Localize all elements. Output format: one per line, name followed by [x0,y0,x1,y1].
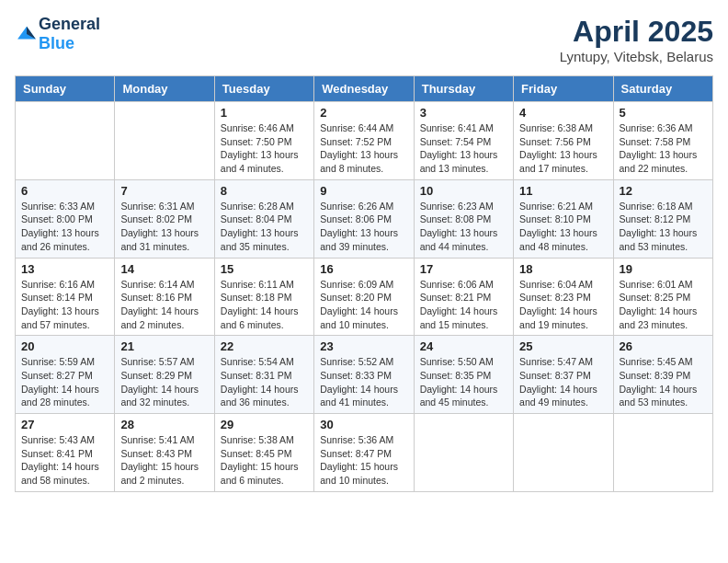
day-info: Sunrise: 6:09 AMSunset: 8:20 PMDaylight:… [320,278,407,332]
day-cell [115,102,214,180]
day-info: Sunrise: 6:18 AMSunset: 8:12 PMDaylight:… [620,200,707,254]
day-cell: 16Sunrise: 6:09 AMSunset: 8:20 PMDayligh… [314,258,414,336]
logo-general-text: General [39,15,100,33]
day-cell: 13Sunrise: 6:16 AMSunset: 8:14 PMDayligh… [16,258,115,336]
day-cell: 24Sunrise: 5:50 AMSunset: 8:35 PMDayligh… [414,336,513,414]
day-info: Sunrise: 6:14 AMSunset: 8:16 PMDaylight:… [120,278,208,332]
day-cell: 22Sunrise: 5:54 AMSunset: 8:31 PMDayligh… [214,336,313,414]
week-row-2: 6Sunrise: 6:33 AMSunset: 8:00 PMDaylight… [16,179,713,258]
day-number: 24 [420,339,507,353]
day-number: 15 [221,262,308,276]
month-title: April 2025 [560,15,713,49]
day-cell: 12Sunrise: 6:18 AMSunset: 8:12 PMDayligh… [613,179,712,258]
logo-blue-text: Blue [39,34,74,52]
logo: General Blue [15,15,100,53]
day-info: Sunrise: 6:23 AMSunset: 8:08 PMDaylight:… [420,200,507,254]
day-cell: 14Sunrise: 6:14 AMSunset: 8:16 PMDayligh… [115,258,214,336]
day-number: 3 [420,106,507,120]
day-number: 10 [420,184,507,198]
day-number: 19 [620,262,707,276]
day-info: Sunrise: 5:36 AMSunset: 8:47 PMDaylight:… [320,433,407,488]
day-number: 13 [21,262,108,276]
day-cell: 25Sunrise: 5:47 AMSunset: 8:37 PMDayligh… [514,336,613,414]
day-cell: 21Sunrise: 5:57 AMSunset: 8:29 PMDayligh… [115,336,214,414]
day-cell: 17Sunrise: 6:06 AMSunset: 8:21 PMDayligh… [414,258,513,336]
day-cell [414,414,513,492]
day-cell: 7Sunrise: 6:31 AMSunset: 8:02 PMDaylight… [115,179,214,258]
day-info: Sunrise: 6:11 AMSunset: 8:18 PMDaylight:… [221,278,308,332]
day-info: Sunrise: 6:04 AMSunset: 8:23 PMDaylight:… [519,278,607,332]
day-number: 14 [120,262,208,276]
day-info: Sunrise: 6:26 AMSunset: 8:06 PMDaylight:… [320,200,407,254]
day-cell: 2Sunrise: 6:44 AMSunset: 7:52 PMDaylight… [314,102,414,180]
day-info: Sunrise: 6:31 AMSunset: 8:02 PMDaylight:… [120,200,208,254]
day-info: Sunrise: 5:47 AMSunset: 8:37 PMDaylight:… [519,355,607,409]
day-number: 9 [320,184,407,198]
day-number: 29 [221,418,308,431]
day-number: 28 [120,418,208,431]
day-number: 30 [320,418,407,431]
day-cell: 11Sunrise: 6:21 AMSunset: 8:10 PMDayligh… [514,179,613,258]
day-number: 23 [320,339,407,353]
day-number: 8 [221,184,308,198]
day-info: Sunrise: 6:36 AMSunset: 7:58 PMDaylight:… [620,121,707,176]
day-cell: 8Sunrise: 6:28 AMSunset: 8:04 PMDaylight… [214,179,313,258]
day-info: Sunrise: 5:54 AMSunset: 8:31 PMDaylight:… [221,355,308,409]
week-row-1: 1Sunrise: 6:46 AMSunset: 7:50 PMDaylight… [16,102,713,180]
day-cell: 30Sunrise: 5:36 AMSunset: 8:47 PMDayligh… [314,414,414,492]
day-info: Sunrise: 5:43 AMSunset: 8:41 PMDaylight:… [21,433,108,488]
weekday-header-tuesday: Tuesday [214,76,313,102]
day-info: Sunrise: 6:38 AMSunset: 7:56 PMDaylight:… [519,121,607,176]
day-cell: 1Sunrise: 6:46 AMSunset: 7:50 PMDaylight… [214,102,313,180]
day-number: 17 [420,262,507,276]
week-row-3: 13Sunrise: 6:16 AMSunset: 8:14 PMDayligh… [16,258,713,336]
day-cell [514,414,613,492]
location-title: Lyntupy, Vitebsk, Belarus [560,49,713,64]
day-cell: 3Sunrise: 6:41 AMSunset: 7:54 PMDaylight… [414,102,513,180]
day-cell: 29Sunrise: 5:38 AMSunset: 8:45 PMDayligh… [214,414,313,492]
day-number: 5 [620,106,707,120]
day-cell: 26Sunrise: 5:45 AMSunset: 8:39 PMDayligh… [613,336,712,414]
day-number: 20 [21,339,108,353]
day-info: Sunrise: 6:41 AMSunset: 7:54 PMDaylight:… [420,121,507,176]
title-area: April 2025 Lyntupy, Vitebsk, Belarus [560,15,713,64]
day-info: Sunrise: 6:01 AMSunset: 8:25 PMDaylight:… [620,278,707,332]
day-info: Sunrise: 5:41 AMSunset: 8:43 PMDaylight:… [120,433,208,488]
day-number: 11 [519,184,607,198]
day-number: 25 [519,339,607,353]
day-info: Sunrise: 6:16 AMSunset: 8:14 PMDaylight:… [21,278,108,332]
logo-icon [17,24,37,44]
calendar: SundayMondayTuesdayWednesdayThursdayFrid… [15,75,713,492]
day-info: Sunrise: 5:38 AMSunset: 8:45 PMDaylight:… [221,433,308,488]
day-info: Sunrise: 6:21 AMSunset: 8:10 PMDaylight:… [519,200,607,254]
day-info: Sunrise: 6:46 AMSunset: 7:50 PMDaylight:… [221,121,308,176]
weekday-header-row: SundayMondayTuesdayWednesdayThursdayFrid… [16,76,713,102]
day-number: 18 [519,262,607,276]
day-number: 4 [519,106,607,120]
day-info: Sunrise: 6:44 AMSunset: 7:52 PMDaylight:… [320,121,407,176]
day-number: 21 [120,339,208,353]
weekday-header-sunday: Sunday [16,76,115,102]
weekday-header-monday: Monday [115,76,214,102]
weekday-header-wednesday: Wednesday [314,76,414,102]
header: General Blue April 2025 Lyntupy, Vitebsk… [15,15,713,64]
day-number: 1 [221,106,308,120]
day-cell: 18Sunrise: 6:04 AMSunset: 8:23 PMDayligh… [514,258,613,336]
day-number: 27 [21,418,108,431]
day-info: Sunrise: 6:06 AMSunset: 8:21 PMDaylight:… [420,278,507,332]
day-number: 22 [221,339,308,353]
day-number: 12 [620,184,707,198]
day-info: Sunrise: 5:45 AMSunset: 8:39 PMDaylight:… [620,355,707,409]
day-cell: 15Sunrise: 6:11 AMSunset: 8:18 PMDayligh… [214,258,313,336]
day-cell: 27Sunrise: 5:43 AMSunset: 8:41 PMDayligh… [16,414,115,492]
day-number: 7 [120,184,208,198]
day-info: Sunrise: 5:52 AMSunset: 8:33 PMDaylight:… [320,355,407,409]
day-cell: 6Sunrise: 6:33 AMSunset: 8:00 PMDaylight… [16,179,115,258]
day-info: Sunrise: 5:50 AMSunset: 8:35 PMDaylight:… [420,355,507,409]
day-cell [613,414,712,492]
day-number: 16 [320,262,407,276]
day-number: 6 [21,184,108,198]
day-number: 26 [620,339,707,353]
day-number: 2 [320,106,407,120]
week-row-4: 20Sunrise: 5:59 AMSunset: 8:27 PMDayligh… [16,336,713,414]
